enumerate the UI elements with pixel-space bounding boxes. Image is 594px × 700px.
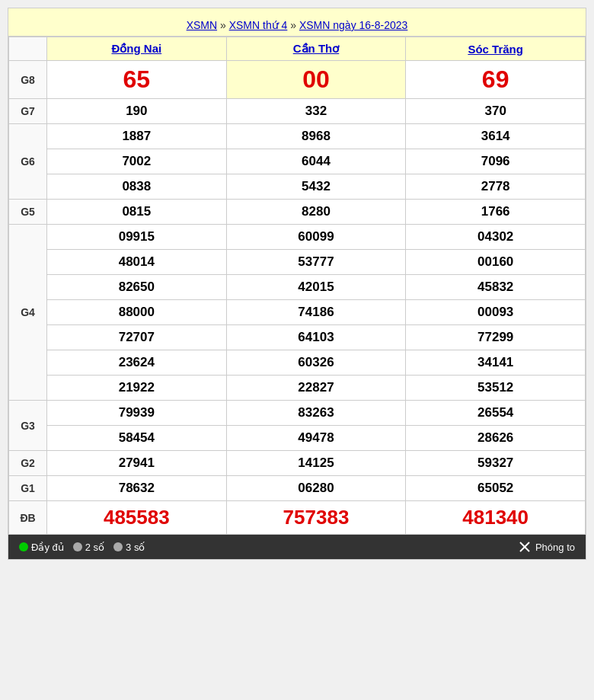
table-row: G2279411412559327 (9, 451, 586, 476)
dot-full (19, 542, 28, 551)
cell-value: 26554 (406, 401, 586, 426)
cell-value: 53777 (226, 250, 406, 275)
footer-legend: Đầy đủ 2 số 3 số (19, 542, 145, 553)
table-row: 826504201545832 (9, 275, 586, 300)
legend-3so-label: 3 số (126, 542, 145, 553)
group-label-g2: G2 (9, 451, 47, 476)
cell-value: 6044 (226, 149, 406, 174)
cell-value: 28626 (406, 426, 586, 451)
group-label-g6: G6 (9, 124, 47, 200)
cell-value: 58454 (47, 426, 227, 451)
cell-value: 09915 (47, 225, 227, 250)
cell-value: 34141 (406, 350, 586, 376)
cell-value: 00 (226, 61, 406, 99)
group-label-đb: ĐB (9, 501, 47, 535)
cell-value: 60326 (226, 350, 406, 376)
table-row: 236246032634141 (9, 350, 586, 376)
breadcrumb-link-1[interactable]: XSMN (187, 19, 217, 31)
table-row: G5081582801766 (9, 200, 586, 225)
cell-value: 485583 (47, 501, 227, 535)
group-label-g4: G4 (9, 225, 47, 401)
cell-value: 59327 (406, 451, 586, 476)
phong-to-label: Phóng to (535, 542, 575, 553)
cell-value: 5432 (226, 174, 406, 200)
dot-3so (113, 542, 123, 551)
cell-value: 88000 (47, 300, 227, 325)
cell-value: 00160 (406, 250, 586, 275)
cell-value: 370 (406, 99, 586, 124)
cell-value: 04302 (406, 225, 586, 250)
lottery-table: Đồng Nai Cần Thơ Sóc Trăng G8650069G7190… (8, 37, 586, 535)
table-row: 219222282753512 (9, 376, 586, 401)
cell-value: 82650 (47, 275, 227, 300)
cell-value: 8968 (226, 124, 406, 149)
col-header-can-tho: Cần Thơ (226, 37, 406, 61)
cell-value: 77299 (406, 325, 586, 350)
cell-value: 8280 (226, 200, 406, 225)
cell-value: 83263 (226, 401, 406, 426)
cell-value: 332 (226, 99, 406, 124)
group-label-g7: G7 (9, 99, 47, 124)
table-row: 480145377700160 (9, 250, 586, 275)
cell-value: 64103 (226, 325, 406, 350)
header-label-col (9, 37, 47, 61)
cell-value: 69 (406, 61, 586, 99)
col-header-soc-trang: Sóc Trăng (406, 37, 586, 61)
cell-value: 42015 (226, 275, 406, 300)
table-header-row: Đồng Nai Cần Thơ Sóc Trăng (9, 37, 586, 61)
table-row: G7190332370 (9, 99, 586, 124)
page-header: XSMN » XSMN thứ 4 » XSMN ngày 16-8-2023 (8, 8, 586, 37)
cell-value: 23624 (47, 350, 227, 376)
cell-value: 65052 (406, 476, 586, 501)
page-footer: Đầy đủ 2 số 3 số Phóng to (8, 535, 586, 559)
legend-full: Đầy đủ (19, 542, 64, 553)
group-label-g3: G3 (9, 401, 47, 451)
cell-value: 7002 (47, 149, 227, 174)
legend-2so: 2 số (73, 542, 104, 553)
main-container: XSMN » XSMN thứ 4 » XSMN ngày 16-8-2023 … (8, 8, 586, 560)
cell-value: 3614 (406, 124, 586, 149)
cell-value: 21922 (47, 376, 227, 401)
cell-value: 00093 (406, 300, 586, 325)
cell-value: 79939 (47, 401, 227, 426)
group-label-g1: G1 (9, 476, 47, 501)
cell-value: 27941 (47, 451, 227, 476)
table-row: 727076410377299 (9, 325, 586, 350)
table-row: 083854322778 (9, 174, 586, 200)
cell-value: 0838 (47, 174, 227, 200)
table-row: G3799398326326554 (9, 401, 586, 426)
cell-value: 0815 (47, 200, 227, 225)
breadcrumb: XSMN » XSMN thứ 4 » XSMN ngày 16-8-2023 (12, 19, 582, 31)
cell-value: 06280 (226, 476, 406, 501)
table-row: G8650069 (9, 61, 586, 99)
breadcrumb-link-2[interactable]: XSMN thứ 4 (229, 19, 288, 31)
cell-value: 2778 (406, 174, 586, 200)
legend-full-label: Đầy đủ (31, 542, 64, 553)
cell-value: 757383 (226, 501, 406, 535)
table-row: G6188789683614 (9, 124, 586, 149)
table-row: 700260447096 (9, 149, 586, 174)
cell-value: 45832 (406, 275, 586, 300)
legend-3so: 3 số (113, 542, 145, 553)
table-row: 880007418600093 (9, 300, 586, 325)
dot-2so (73, 542, 82, 551)
cell-value: 74186 (226, 300, 406, 325)
cell-value: 65 (47, 61, 227, 99)
cell-value: 481340 (406, 501, 586, 535)
table-row: ĐB485583757383481340 (9, 501, 586, 535)
table-row: G4099156009904302 (9, 225, 586, 250)
cell-value: 53512 (406, 376, 586, 401)
phong-to-icon (519, 541, 531, 553)
cell-value: 48014 (47, 250, 227, 275)
cell-value: 49478 (226, 426, 406, 451)
cell-value: 72707 (47, 325, 227, 350)
cell-value: 7096 (406, 149, 586, 174)
cell-value: 78632 (47, 476, 227, 501)
cell-value: 22827 (226, 376, 406, 401)
footer-phong-to[interactable]: Phóng to (519, 541, 575, 553)
legend-2so-label: 2 số (85, 542, 104, 553)
col-header-dong-nai: Đồng Nai (47, 37, 227, 61)
table-row: 584544947828626 (9, 426, 586, 451)
cell-value: 60099 (226, 225, 406, 250)
breadcrumb-link-3[interactable]: XSMN ngày 16-8-2023 (299, 19, 407, 31)
